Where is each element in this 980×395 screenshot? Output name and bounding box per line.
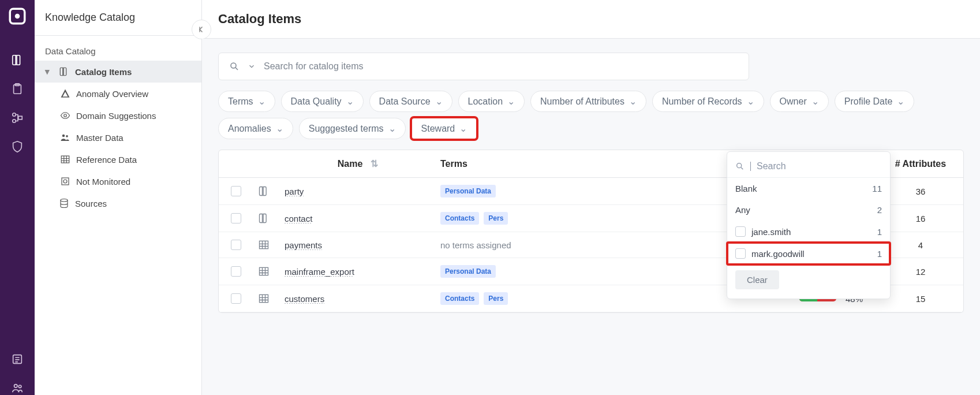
chevron-down-icon: ▾ [45,66,53,77]
rail-catalog-icon[interactable] [10,53,24,67]
checkbox[interactable] [735,248,746,259]
row-checkbox[interactable] [231,240,241,250]
filter-suggested-terms[interactable]: Sugggested terms⌄ [299,118,406,139]
database-icon [59,198,69,208]
sidebar-item-master-data[interactable]: Master Data [35,126,201,148]
item-name-link[interactable]: customers [285,294,324,304]
filter-bar: Terms⌄ Data Quality⌄ Data Source⌄ Locati… [218,91,964,139]
dropdown-clear-button[interactable]: Clear [735,270,779,289]
search-input[interactable] [264,61,738,72]
term-tag[interactable]: Personal Data [440,265,496,278]
sidebar-item-label: Not Monitored [76,177,130,187]
term-tag[interactable]: Contacts [440,292,479,305]
main-panel: Catalog Items Terms⌄ Data Quality⌄ Data … [202,0,980,395]
svg-point-16 [61,199,68,202]
filter-data-quality[interactable]: Data Quality⌄ [281,91,364,112]
svg-point-21 [737,163,742,168]
sidebar-item-reference-data[interactable]: Reference Data [35,148,201,170]
svg-rect-19 [260,267,268,275]
sidebar-item-label: Reference Data [76,155,137,165]
row-checkbox[interactable] [231,213,241,223]
sidebar-item-label: Domain Suggestions [76,111,156,121]
chevron-down-icon: ⌄ [435,96,443,107]
sidebar-item-sources[interactable]: Sources [35,192,201,214]
item-name-link[interactable]: payments [285,240,322,250]
sidebar-item-label: Master Data [76,133,124,143]
term-tag[interactable]: Contacts [440,212,479,225]
rail-clipboard-icon[interactable] [10,82,24,96]
filter-profile-date[interactable]: Profile Date⌄ [835,91,915,112]
dropdown-search[interactable]: Search [727,155,890,178]
sidebar: Knowledge Catalog Data Catalog ▾ Catalog… [35,0,202,395]
item-name-link[interactable]: contact [285,214,312,223]
dropdown-option-any[interactable]: Any 2 [727,199,890,221]
filter-location[interactable]: Location⌄ [458,91,525,112]
chevron-down-icon: ⌄ [459,123,467,134]
filter-num-attributes[interactable]: Number of Attributes⌄ [530,91,646,112]
table-icon [258,266,270,277]
rail-users-icon[interactable] [10,381,24,395]
sidebar-item-label: Sources [75,199,107,208]
row-checkbox[interactable] [231,293,241,304]
book-icon [59,66,69,77]
sidebar-item-catalog-items[interactable]: ▾ Catalog Items [35,61,201,83]
chevron-down-icon: ⌄ [276,123,283,134]
item-name-link[interactable]: mainframe_export [285,267,354,277]
term-tag[interactable]: Personal Data [440,185,496,198]
sidebar-section-data-catalog[interactable]: Data Catalog [35,36,201,61]
chevron-down-icon: ⌄ [629,96,637,107]
sidebar-item-anomaly-overview[interactable]: Anomaly Overview [35,83,201,105]
dropdown-search-placeholder: Search [757,161,786,172]
sidebar-item-not-monitored[interactable]: Not Monitored [35,170,201,192]
rail-shield-icon[interactable] [10,140,24,154]
attributes-value: 4 [918,240,923,250]
svg-point-17 [231,63,236,68]
dropdown-option-blank[interactable]: Blank 11 [727,178,890,199]
dropdown-option-jane[interactable]: jane.smith 1 [727,221,890,243]
svg-point-1 [15,14,20,19]
collapse-sidebar-button[interactable] [192,20,211,39]
filter-owner[interactable]: Owner⌄ [770,91,829,112]
term-tag[interactable]: Pers [484,212,508,225]
zero-icon [60,176,70,187]
sidebar-title: Knowledge Catalog [35,0,201,36]
content-area: Terms⌄ Data Quality⌄ Data Source⌄ Locati… [202,39,980,395]
term-tag[interactable]: Pers [484,292,508,305]
row-checkbox[interactable] [231,266,241,277]
table-icon [258,239,270,251]
filter-terms[interactable]: Terms⌄ [218,91,275,112]
filter-steward[interactable]: Steward⌄ [412,118,477,139]
svg-rect-20 [260,295,268,302]
rail-flow-icon[interactable] [10,111,24,125]
attributes-value: 16 [916,214,926,223]
svg-point-11 [62,135,65,137]
users-icon [60,132,70,143]
checkbox[interactable] [735,226,746,237]
search-bar[interactable] [218,53,749,80]
sidebar-item-domain-suggestions[interactable]: Domain Suggestions [35,105,201,126]
filter-data-source[interactable]: Data Source⌄ [369,91,452,112]
filter-anomalies[interactable]: Anomalies⌄ [218,118,293,139]
dropdown-option-mark[interactable]: mark.goodwill 1 [727,243,890,264]
sidebar-tree: ▾ Catalog Items Anomaly Overview Domain … [35,61,201,214]
svg-point-5 [13,120,16,123]
svg-point-12 [66,135,68,137]
app-logo [7,6,28,27]
filter-num-records[interactable]: Number of Records⌄ [652,91,764,112]
svg-point-4 [13,113,16,117]
col-attributes[interactable]: # Attributes [895,159,946,169]
sort-icon[interactable]: ⇅ [371,158,378,169]
item-name-link[interactable]: party [285,187,304,196]
row-checkbox[interactable] [231,186,241,196]
col-terms[interactable]: Terms [440,159,467,169]
chevron-down-icon: ⌄ [346,96,354,107]
icon-rail [0,0,35,395]
svg-point-10 [64,114,67,117]
svg-rect-14 [62,178,69,185]
svg-rect-13 [61,156,69,163]
book-icon [258,185,270,197]
chevron-down-icon[interactable] [248,62,256,70]
rail-form-icon[interactable] [10,352,24,366]
col-name[interactable]: Name [338,159,363,169]
warning-icon [60,88,70,99]
